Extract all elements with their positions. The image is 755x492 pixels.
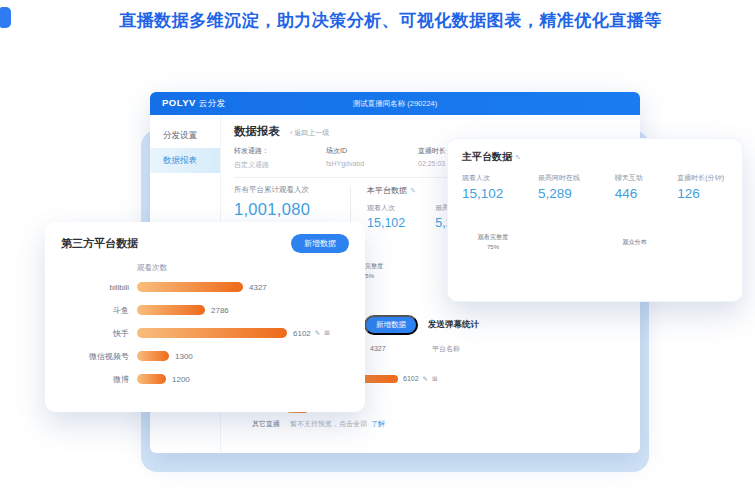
bar-label: bilibili [61, 283, 129, 292]
note-link[interactable]: 了解 [371, 419, 385, 429]
meta-item: 场次ID fsHYgdvabd [326, 146, 418, 170]
meta-label: 直播时长 [418, 146, 446, 156]
main-platform-card: 主平台数据✎ 观看人次 15,102 最高同时在线 5,289 聊天互动 446… [447, 138, 743, 302]
bar-value: 6102 [293, 329, 311, 338]
axis-label: 观看次数 [137, 263, 349, 273]
card-title: 第三方平台数据 [61, 236, 138, 251]
bar-row: 微信视频号 1300 [61, 351, 349, 361]
third-party-data-card: 第三方平台数据 新增数据 观看次数 bilibili 4327 斗鱼 2786 … [45, 222, 365, 412]
chevron-left-icon: ‹ [290, 129, 292, 136]
bar [137, 374, 166, 384]
bar-row: 斗鱼 2786 [61, 305, 349, 315]
bar [137, 328, 287, 338]
bar [137, 351, 169, 361]
stat-value: 5,289 [538, 186, 580, 201]
total-views-stat: 所有平台累计观看人次 1,001,080 [234, 185, 350, 219]
stat-label: 聊天互动 [615, 173, 643, 183]
donut-chart-audience: 观众分布 [604, 212, 666, 274]
page-title: 直播数据多维沉淀，助力决策分析、可视化数据图表，精准优化直播等 [0, 9, 755, 32]
stat: 观看人次 15,102 [367, 203, 405, 230]
report-title: 数据报表 [234, 124, 280, 139]
edit-icon[interactable]: ✎ [315, 329, 320, 337]
column-header: 平台名称 [432, 344, 460, 354]
stat-label: 最高同时在线 [538, 173, 580, 183]
main-platform-stats: 观看人次 15,102 最高同时在线 5,289 聊天互动 446 直播时长(分… [462, 173, 728, 201]
stat: 直播时长(分钟) 126 [677, 173, 724, 201]
polyv-logo: POLYV云分发 [162, 97, 226, 110]
stat-label: 所有平台累计观看人次 [234, 185, 350, 195]
bar [137, 305, 205, 315]
card-title: 主平台数据✎ [462, 150, 728, 164]
meta-label: 转发通路： [234, 146, 269, 156]
bar-row: bilibili 4327 [61, 282, 349, 292]
add-record-icon[interactable]: ⊞ [324, 329, 329, 337]
note-label: 其它直播 [234, 419, 280, 429]
stat-label: 观看人次 [367, 203, 405, 213]
meta-value: 自定义通路 [234, 160, 326, 170]
donut-center-value: 75% [487, 243, 499, 253]
stat-value: 446 [615, 186, 643, 201]
bar-value: 4327 [249, 283, 267, 292]
vertical-divider [350, 187, 351, 227]
back-link[interactable]: ‹ 返回上一级 [290, 128, 329, 138]
brand-suffix: 云分发 [199, 98, 226, 108]
stat-value: 15,102 [367, 216, 405, 230]
meta-item: 转发通路： 自定义通路 [234, 146, 326, 170]
stat-value: 126 [677, 186, 724, 201]
bar-label: 微博 [61, 374, 129, 385]
bar-value: 1200 [172, 375, 190, 384]
stat-label: 观看人次 [462, 173, 503, 183]
note-text: 暂不支持预览，点击全部 [290, 419, 367, 429]
sidebar-item-data-report[interactable]: 数据报表 [150, 148, 220, 173]
danmaku-section-title: 发送弹幕统计 [428, 319, 479, 331]
edit-icon[interactable]: ✎ [515, 154, 521, 161]
danmaku-table: 平台名称 [404, 344, 460, 429]
marketing-screenshot: 直播数据多维沉淀，助力决策分析、可视化数据图表，精准优化直播等 POLYV云分发… [0, 0, 755, 492]
brand-name: POLYV [162, 97, 196, 108]
meta-label: 场次ID [326, 146, 347, 156]
donut-center-label: 观看完整度 [478, 233, 508, 243]
donut-chart-completion: 观看完整度 75% [462, 212, 524, 274]
add-data-button[interactable]: 新增数据 [364, 315, 418, 335]
bar-value: 4327 [370, 345, 386, 352]
sidebar-item-distribution-settings[interactable]: 分发设置 [150, 123, 220, 148]
bar-row: 微博 1200 [61, 374, 349, 384]
bar-value: 1300 [175, 352, 193, 361]
stat-label: 直播时长(分钟) [677, 173, 724, 183]
bar [137, 282, 243, 292]
stat: 最高同时在线 5,289 [538, 173, 580, 201]
stat: 观看人次 15,102 [462, 173, 503, 201]
bar-chart: bilibili 4327 斗鱼 2786 快手 6102 ✎ ⊞ 微信视频号 … [61, 282, 349, 384]
bar-label: 快手 [61, 328, 129, 339]
bar-row: 快手 6102 ✎ ⊞ [61, 328, 349, 338]
meta-value: fsHYgdvabd [326, 160, 418, 167]
bar-label: 微信视频号 [61, 351, 129, 362]
edit-icon[interactable]: ✎ [410, 187, 416, 194]
donut-center-label: 观众分布 [623, 238, 647, 248]
bar-value: 2786 [211, 306, 229, 315]
stat: 聊天互动 446 [615, 173, 643, 201]
other-platform-note: 其它直播 暂不支持预览，点击全部 了解 [234, 419, 394, 429]
dashboard-header: POLYV云分发 测试直播间名称 (290224) [150, 92, 640, 115]
add-data-button[interactable]: 新增数据 [291, 234, 349, 253]
stat-value: 1,001,080 [234, 200, 350, 219]
bar-label: 斗鱼 [61, 305, 129, 316]
stat-value: 15,102 [462, 186, 503, 201]
